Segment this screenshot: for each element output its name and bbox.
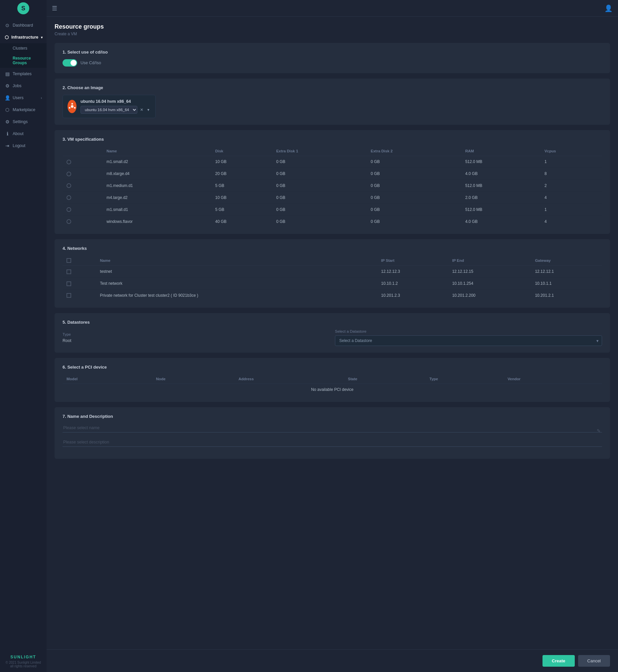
section-cd-iso: 1. Select use of cd/iso Use Cd/Iso <box>55 43 610 73</box>
col-header-model: Model <box>63 374 152 384</box>
table-row: windows.flavor 40 GB 0 GB 0 GB 4.0 GB 4 <box>63 215 602 227</box>
datastore-select-dropdown[interactable]: Select a Datastore <box>335 335 602 346</box>
vm-disk: 10 GB <box>211 156 272 168</box>
vm-specs-table: Name Disk Extra Disk 1 Extra Disk 2 RAM … <box>63 147 602 227</box>
create-button[interactable]: Create <box>542 655 575 667</box>
vm-radio[interactable] <box>67 160 71 164</box>
pci-title: 6. Select a PCI device <box>63 365 602 370</box>
sidebar-logo: S <box>0 0 46 17</box>
image-info: ubuntu 16.04 hvm x86_64 ubuntu 16.04 hvm… <box>81 99 151 114</box>
datastores-title: 5. Datastores <box>63 320 602 325</box>
network-ip-end: 10.201.2.200 <box>448 289 531 301</box>
sidebar-label-logout: Logout <box>13 143 25 148</box>
sidebar-item-dashboard[interactable]: ⊙ Dashboard <box>0 19 46 31</box>
description-input[interactable] <box>63 438 602 447</box>
sidebar: S ⊙ Dashboard ⬡ Infrastructure ▾ Cluster… <box>0 0 46 672</box>
brand-name: SUNLIGHT <box>5 655 42 659</box>
vm-ram: 4.0 GB <box>461 215 540 227</box>
chevron-right-icon: › <box>41 96 42 100</box>
networks-table: Name IP Start IP End Gateway testnet 12.… <box>63 256 602 301</box>
marketplace-icon: ⬡ <box>5 107 10 112</box>
select-all-networks[interactable] <box>67 258 71 263</box>
datastore-col-select: Select a Datastore <box>335 329 602 333</box>
vm-extra1: 0 GB <box>272 215 367 227</box>
sidebar-label-users: Users <box>13 95 24 100</box>
user-account-icon[interactable]: 👤 <box>604 4 613 12</box>
network-gateway: 12.12.12.1 <box>531 266 602 277</box>
datastore-col-type: Type <box>63 332 330 336</box>
sidebar-label-dashboard: Dashboard <box>13 23 33 28</box>
section-name-desc: 7. Name and Description ✎ <box>55 407 610 459</box>
vm-radio[interactable] <box>67 207 71 212</box>
vm-specs-title: 3. VM specifications <box>63 137 602 142</box>
network-ip-start: 10.10.1.2 <box>377 277 448 289</box>
sidebar-item-clusters[interactable]: Clusters <box>0 43 46 53</box>
sidebar-item-infrastructure[interactable]: ⬡ Infrastructure ▾ <box>0 31 46 43</box>
logout-icon: ⇥ <box>5 143 10 149</box>
vm-extra2: 0 GB <box>367 180 461 192</box>
sidebar-label-settings: Settings <box>13 119 28 124</box>
section-datastores: 5. Datastores Type Root Select a Datasto… <box>55 313 610 353</box>
logo-icon: S <box>17 2 29 14</box>
datastore-type-label: Type Root <box>63 332 330 343</box>
col-header-state: State <box>344 374 425 384</box>
cd-iso-toggle[interactable] <box>63 59 77 67</box>
network-checkbox[interactable] <box>67 293 71 298</box>
vm-radio[interactable] <box>67 195 71 200</box>
network-checkbox[interactable] <box>67 281 71 286</box>
sidebar-item-users[interactable]: 👤 Users › <box>0 92 46 104</box>
vm-vcpus: 8 <box>540 168 602 180</box>
sidebar-item-about[interactable]: ℹ About <box>0 128 46 140</box>
vm-radio[interactable] <box>67 183 71 188</box>
image-select-dropdown[interactable]: ubuntu 16.04 hvm x86_64 <box>81 106 137 114</box>
pci-table: Model Node Address State Type Vendor No … <box>63 374 602 395</box>
vm-disk: 10 GB <box>211 192 272 204</box>
vm-ram: 512.0 MB <box>461 204 540 215</box>
chevron-down-icon: ▾ <box>41 35 42 39</box>
sidebar-item-settings[interactable]: ⚙ Settings <box>0 116 46 128</box>
dashboard-icon: ⊙ <box>5 23 10 28</box>
content-area: Resource groups Create a VM 1. Select us… <box>46 17 618 649</box>
action-bar: Create Cancel <box>46 649 618 672</box>
vm-extra2: 0 GB <box>367 204 461 215</box>
name-input[interactable] <box>63 423 602 433</box>
table-row: m1.small.d1 5 GB 0 GB 0 GB 512.0 MB 1 <box>63 204 602 215</box>
network-checkbox[interactable] <box>67 270 71 274</box>
vm-radio[interactable] <box>67 219 71 224</box>
col-header-name: Name <box>102 147 211 156</box>
image-clear-button[interactable]: ✕ <box>139 107 145 112</box>
vm-radio[interactable] <box>67 172 71 176</box>
topbar-left: ☰ <box>52 5 57 12</box>
image-name: ubuntu 16.04 hvm x86_64 <box>81 99 151 104</box>
sidebar-item-logout[interactable]: ⇥ Logout <box>0 140 46 152</box>
templates-icon: ▤ <box>5 71 10 77</box>
table-row: m1.medium.d1 5 GB 0 GB 0 GB 512.0 MB 2 <box>63 180 602 192</box>
col-header-vendor: Vendor <box>504 374 602 384</box>
sidebar-item-resource-groups[interactable]: Resource Groups <box>0 53 46 68</box>
svg-point-1 <box>71 105 74 108</box>
image-chevron-icon[interactable]: ▾ <box>146 107 151 112</box>
col-header-extra2: Extra Disk 2 <box>367 147 461 156</box>
vm-extra1: 0 GB <box>272 192 367 204</box>
users-icon: 👤 <box>5 95 10 100</box>
jobs-icon: ⚙ <box>5 83 10 89</box>
pci-empty-message: No available PCI device <box>63 384 602 396</box>
vm-extra1: 0 GB <box>272 204 367 215</box>
vm-extra2: 0 GB <box>367 168 461 180</box>
sidebar-item-templates[interactable]: ▤ Templates <box>0 68 46 80</box>
network-ip-start: 12.12.12.3 <box>377 266 448 277</box>
toggle-knob <box>71 60 77 66</box>
ubuntu-icon <box>68 100 77 113</box>
svg-point-2 <box>71 103 73 105</box>
table-row: m8.xlarge.d4 20 GB 0 GB 0 GB 4.0 GB 8 <box>63 168 602 180</box>
svg-point-4 <box>69 107 70 109</box>
cancel-button[interactable]: Cancel <box>578 655 610 667</box>
main-area: ☰ 👤 Resource groups Create a VM 1. Selec… <box>46 0 618 672</box>
sidebar-item-marketplace[interactable]: ⬡ Marketplace <box>0 104 46 116</box>
sidebar-item-jobs[interactable]: ⚙ Jobs <box>0 80 46 92</box>
vm-extra2: 0 GB <box>367 192 461 204</box>
section-vm-specs: 3. VM specifications Name Disk Extra Dis… <box>55 130 610 234</box>
page-title: Resource groups <box>55 23 610 30</box>
menu-icon[interactable]: ☰ <box>52 5 57 12</box>
sidebar-footer: SUNLIGHT © 2021 Sunlight Limited all rig… <box>0 651 46 672</box>
